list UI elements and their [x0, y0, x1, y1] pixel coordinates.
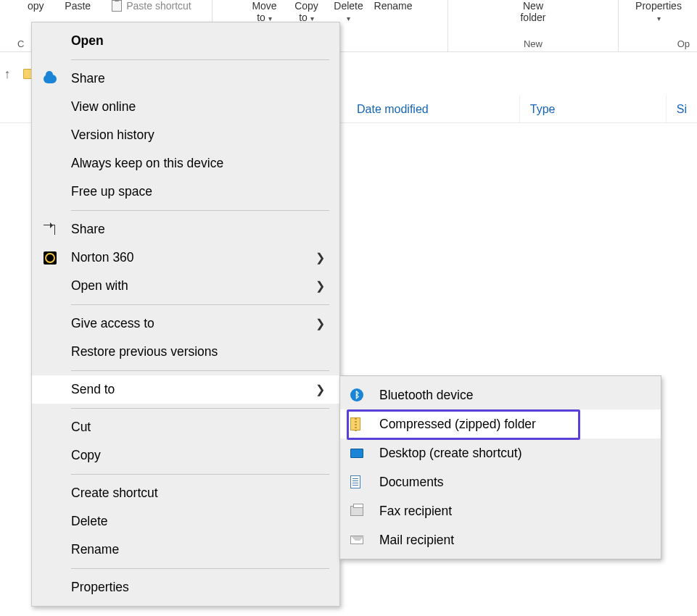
ribbon-separator	[618, 0, 619, 51]
ribbon-group-open: Properties ▾ Op	[620, 0, 697, 51]
menu-separator	[71, 408, 329, 409]
ribbon-group-new: New folder New	[450, 0, 616, 51]
delete-label: Delete	[334, 0, 363, 12]
menu-separator	[71, 59, 329, 60]
menu-separator	[71, 210, 329, 211]
ribbon-properties[interactable]: Properties ▾	[635, 0, 682, 23]
mail-icon	[350, 536, 363, 544]
properties-label: Properties	[635, 0, 682, 12]
ctx-give-access-to[interactable]: Give access to ❯	[32, 309, 339, 338]
menu-separator	[71, 304, 329, 305]
move-to-line1: Move	[252, 0, 276, 12]
zip-folder-icon	[350, 417, 360, 430]
bluetooth-icon: ᛒ	[350, 388, 363, 401]
ctx-copy[interactable]: Copy	[32, 441, 339, 470]
document-icon	[350, 475, 360, 488]
ribbon-rename[interactable]: Rename	[374, 0, 413, 12]
group-label-open: Op	[620, 38, 697, 51]
ribbon-copy-to[interactable]: Copy to ▾	[290, 0, 323, 23]
rename-label: Rename	[374, 0, 413, 12]
cloud-icon	[44, 75, 57, 83]
ctx-version-history[interactable]: Version history	[32, 121, 339, 149]
sendto-desktop[interactable]: Desktop (create shortcut)	[340, 438, 661, 467]
ctx-rename[interactable]: Rename	[32, 536, 339, 564]
chevron-right-icon: ❯	[315, 383, 325, 396]
share-icon	[44, 225, 55, 235]
column-size[interactable]: Si	[667, 96, 697, 122]
menu-separator	[71, 568, 329, 569]
clipboard-icon	[112, 0, 122, 12]
ribbon-move-to[interactable]: Move to ▾	[248, 0, 281, 23]
norton-icon	[44, 251, 57, 265]
chevron-right-icon: ❯	[315, 251, 325, 265]
ctx-share-cloud[interactable]: Share	[32, 64, 339, 93]
ctx-properties[interactable]: Properties	[32, 573, 339, 602]
chevron-down-icon: ▾	[657, 14, 661, 22]
ctx-create-shortcut[interactable]: Create shortcut	[32, 479, 339, 507]
copy-to-line1: Copy	[294, 0, 318, 12]
ribbon-paste-label: Paste	[65, 0, 91, 12]
ctx-restore-previous[interactable]: Restore previous versions	[32, 338, 339, 366]
chevron-right-icon: ❯	[315, 279, 325, 293]
ctx-always-keep[interactable]: Always keep on this device	[32, 149, 339, 178]
ctx-view-online[interactable]: View online	[32, 93, 339, 121]
sendto-bluetooth[interactable]: ᛒ Bluetooth device	[340, 380, 661, 409]
ribbon-new-folder[interactable]: New folder	[516, 0, 550, 23]
ribbon-paste[interactable]: Paste	[61, 0, 94, 12]
menu-separator	[71, 474, 329, 475]
ctx-share-local[interactable]: Share	[32, 215, 339, 244]
paste-shortcut-label: Paste shortcut	[126, 0, 191, 12]
sendto-mail[interactable]: Mail recipient	[340, 525, 661, 554]
ribbon-separator	[448, 0, 448, 51]
nav-up-icon[interactable]: ↑	[0, 67, 15, 82]
sendto-documents[interactable]: Documents	[340, 467, 661, 496]
ctx-open-with[interactable]: Open with ❯	[32, 272, 339, 300]
ctx-send-to[interactable]: Send to ❯	[32, 375, 339, 404]
chevron-down-icon: ▾	[347, 14, 350, 22]
sendto-fax[interactable]: Fax recipient	[340, 496, 661, 525]
column-date-modified[interactable]: Date modified	[347, 96, 520, 122]
column-type[interactable]: Type	[520, 96, 667, 122]
desktop-icon	[350, 449, 363, 458]
ctx-norton[interactable]: Norton 360 ❯	[32, 244, 339, 272]
fax-icon	[350, 506, 363, 516]
sendto-zipped[interactable]: Compressed (zipped) folder	[340, 409, 661, 438]
ribbon-paste-shortcut[interactable]: Paste shortcut	[103, 0, 191, 12]
ctx-free-up-space[interactable]: Free up space	[32, 178, 339, 206]
ribbon-delete[interactable]: Delete ▾	[332, 0, 366, 23]
new-folder-line1: New	[520, 0, 545, 12]
ribbon-copy[interactable]: opy	[19, 0, 52, 12]
chevron-right-icon: ❯	[315, 317, 325, 330]
ctx-cut[interactable]: Cut	[32, 413, 339, 441]
new-folder-line2: folder	[520, 12, 545, 23]
ctx-open[interactable]: Open	[32, 27, 339, 55]
context-menu: Open Share View online Version history A…	[31, 22, 340, 607]
ctx-delete[interactable]: Delete	[32, 507, 339, 536]
send-to-submenu: ᛒ Bluetooth device Compressed (zipped) f…	[339, 375, 661, 559]
menu-separator	[71, 370, 329, 371]
ribbon-copy-label: opy	[28, 0, 44, 12]
group-label-new: New	[450, 38, 616, 51]
